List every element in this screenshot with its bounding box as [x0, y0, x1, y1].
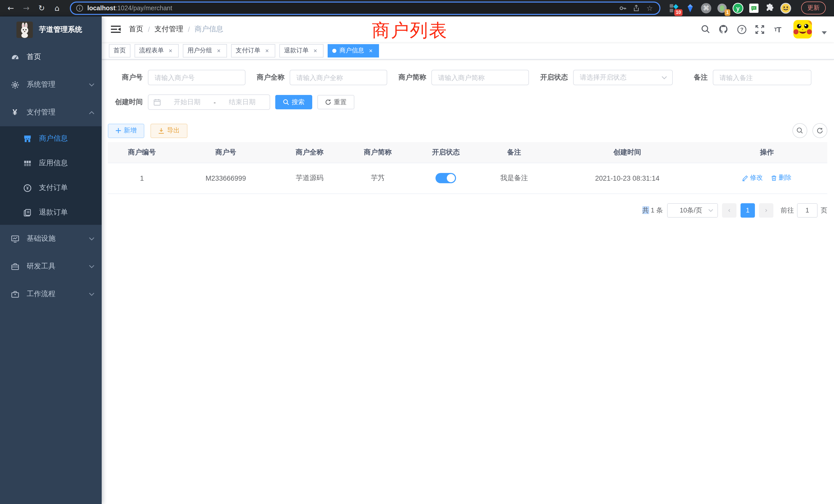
toolbox-icon	[10, 262, 20, 271]
tab-process-form[interactable]: 流程表单 ×	[135, 44, 179, 57]
close-icon[interactable]: ×	[215, 47, 222, 54]
edit-link[interactable]: 修改	[742, 174, 763, 182]
cell-merchant-short-name: 芋艿	[344, 163, 412, 193]
app-logo[interactable]: 芋道管理系统	[0, 17, 102, 43]
cell-merchant-id: 1	[108, 163, 176, 193]
chevron-up-icon	[89, 111, 94, 114]
sidebar-item-pay-order[interactable]: ¥ 支付订单	[0, 176, 102, 200]
cell-actions: 修改 删除	[706, 163, 827, 193]
gear-icon	[10, 80, 20, 89]
table-header-row: 商户编号 商户号 商户全称 商户简称 开启状态 备注 创建时间 操作	[108, 142, 827, 163]
export-button[interactable]: 导出	[151, 123, 188, 138]
sidebar-item-pay[interactable]: ¥ 支付管理	[0, 98, 102, 126]
sidebar-item-system[interactable]: 系统管理	[0, 71, 102, 98]
remark-input[interactable]	[713, 70, 811, 85]
hide-search-button[interactable]	[792, 123, 807, 138]
fullscreen-icon[interactable]	[754, 24, 765, 35]
merchant-no-input[interactable]	[148, 70, 245, 85]
bookmark-star-icon[interactable]: ☆	[645, 3, 654, 13]
tab-label: 退款订单	[284, 46, 309, 55]
sidebar-item-merchant-info[interactable]: 商户信息	[0, 126, 102, 151]
browser-forward-button[interactable]: →	[20, 1, 33, 15]
breadcrumb-pay[interactable]: 支付管理	[155, 25, 183, 34]
breadcrumb-current: 商户信息	[195, 25, 223, 34]
sidebar-item-app-info[interactable]: 应用信息	[0, 151, 102, 176]
help-icon[interactable]: ?	[737, 24, 747, 35]
merchant-short-name-input[interactable]	[431, 70, 529, 85]
font-size-icon[interactable]: TT	[772, 24, 783, 35]
close-icon[interactable]: ×	[263, 47, 271, 54]
tab-home[interactable]: 首页	[109, 44, 130, 57]
refresh-table-button[interactable]	[812, 123, 827, 138]
sidebar-item-refund-order[interactable]: 退款订单	[0, 200, 102, 225]
status-select[interactable]: 请选择开启状态	[573, 70, 673, 85]
browser-update-button[interactable]: 更新	[801, 2, 826, 14]
browser-reload-button[interactable]: ↻	[35, 1, 48, 15]
reset-button[interactable]: 重置	[317, 95, 354, 109]
tab-user-group[interactable]: 用户分组 ×	[183, 44, 227, 57]
column-header: 操作	[706, 142, 827, 163]
password-key-icon[interactable]	[618, 3, 628, 13]
page-number-button[interactable]: 1	[741, 203, 755, 217]
notification-avatar-extension-icon[interactable]: 1	[717, 2, 728, 14]
url-path: :1024/pay/merchant	[115, 4, 172, 12]
merchant-name-input[interactable]	[290, 70, 387, 85]
status-toggle[interactable]	[436, 173, 456, 183]
status-label: 开启状态	[533, 73, 573, 82]
search-button[interactable]: 搜索	[275, 95, 312, 109]
sidebar-item-devtools[interactable]: 研发工具	[0, 253, 102, 280]
site-info-icon[interactable]	[76, 4, 83, 12]
chevron-down-icon	[89, 292, 94, 296]
filter-row-2: 创建时间 开始日期 - 结束日期 搜索 重置	[108, 94, 827, 110]
cell-merchant-name: 芋道源码	[276, 163, 344, 193]
close-icon[interactable]: ×	[312, 47, 319, 54]
search-icon	[283, 99, 289, 105]
download-icon	[158, 128, 164, 134]
close-icon[interactable]: ×	[167, 47, 174, 54]
sidebar-item-workflow[interactable]: 工作流程	[0, 280, 102, 308]
browser-back-button[interactable]: ←	[4, 1, 18, 15]
date-separator: -	[214, 98, 216, 106]
add-button-label: 新增	[124, 126, 137, 135]
cell-merchant-no: M233666999	[176, 163, 276, 193]
tab-pay-order[interactable]: 支付订单 ×	[231, 44, 275, 57]
github-icon[interactable]	[719, 24, 729, 35]
selected-text: 共	[642, 206, 649, 214]
page-size-select[interactable]: 10条/页	[667, 203, 718, 217]
breadcrumb-home[interactable]: 首页	[129, 25, 143, 34]
column-header: 商户简称	[344, 142, 412, 163]
react-devtools-extension-icon[interactable]: 10	[668, 2, 680, 14]
sidebar-item-label: 支付管理	[27, 108, 89, 117]
create-time-range-picker[interactable]: 开始日期 - 结束日期	[148, 94, 270, 110]
tab-label: 用户分组	[188, 46, 212, 55]
profile-emoji-icon[interactable]	[780, 2, 791, 14]
delete-link[interactable]: 删除	[771, 174, 791, 182]
tab-refund-order[interactable]: 退款订单 ×	[279, 44, 324, 57]
close-icon[interactable]: ×	[367, 47, 374, 54]
search-icon[interactable]	[701, 24, 711, 35]
user-avatar[interactable]	[793, 20, 812, 39]
prev-page-button[interactable]: ‹	[722, 203, 737, 217]
goto-label: 前往	[781, 206, 794, 215]
yudao-extension-icon[interactable]: y	[732, 2, 744, 14]
pagination-goto: 前往 页	[781, 203, 827, 217]
browser-home-button[interactable]: ⌂	[50, 1, 64, 15]
user-menu-caret-icon[interactable]	[822, 31, 827, 35]
chevron-down-icon	[89, 265, 94, 268]
chat-extension-icon[interactable]	[748, 2, 760, 14]
add-button[interactable]: 新增	[108, 123, 144, 138]
next-page-button[interactable]: ›	[759, 203, 773, 217]
goto-suffix: 页	[821, 206, 827, 215]
sidebar-item-home[interactable]: 首页	[0, 43, 102, 71]
goto-page-input[interactable]	[797, 203, 817, 217]
sidebar-item-infra[interactable]: 基础设施	[0, 225, 102, 253]
share-icon[interactable]	[632, 3, 641, 13]
table-tools	[792, 123, 827, 138]
sidebar-fold-icon[interactable]	[106, 20, 125, 39]
address-bar[interactable]: localhost:1024/pay/merchant ☆	[70, 1, 660, 15]
tab-merchant-info[interactable]: 商户信息 ×	[328, 44, 379, 57]
extensions-puzzle-icon[interactable]	[764, 2, 775, 14]
sidebar-item-label: 应用信息	[39, 159, 68, 168]
command-extension-icon[interactable]: ⌘	[701, 2, 712, 14]
gem-extension-icon[interactable]	[684, 2, 696, 14]
